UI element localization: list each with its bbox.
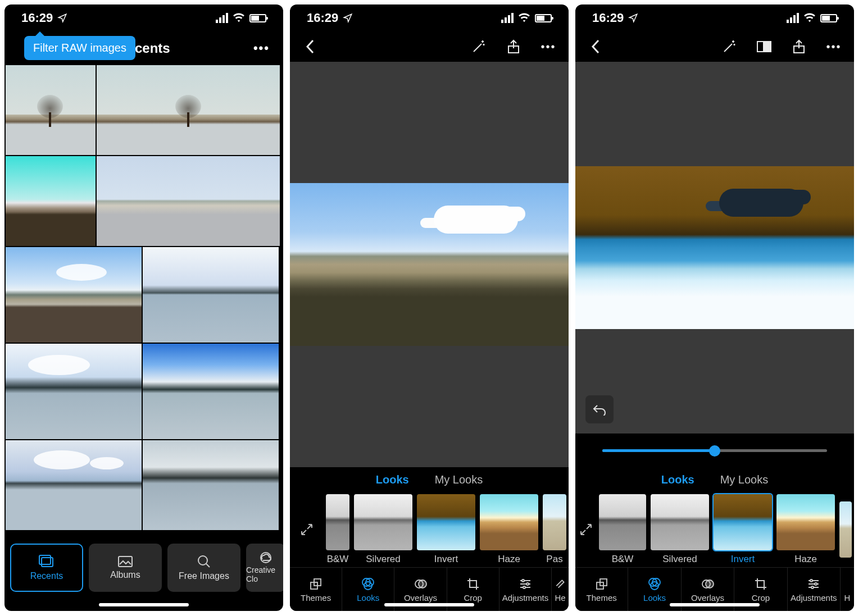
tool-themes[interactable]: Themes <box>575 568 628 611</box>
clock: 16:29 <box>592 11 624 25</box>
photo-thumb[interactable] <box>97 65 280 155</box>
nav-label: Recents <box>30 571 63 581</box>
home-indicator[interactable] <box>384 603 474 606</box>
intensity-slider[interactable] <box>602 449 827 452</box>
look-silvered[interactable]: Silvered <box>354 494 412 565</box>
look-pastel[interactable]: Pas <box>543 494 566 565</box>
tool-heal[interactable]: He <box>552 568 569 611</box>
status-bar: 16:29 <box>4 4 283 31</box>
editor-canvas[interactable] <box>575 62 854 434</box>
looks-tabs: Looks My Looks <box>290 467 569 492</box>
expand-icon[interactable] <box>292 515 321 544</box>
intensity-slider-row <box>575 434 854 467</box>
svg-point-13 <box>522 580 524 582</box>
search-icon <box>197 554 211 569</box>
svg-rect-17 <box>765 42 771 52</box>
photo-thumb[interactable] <box>6 156 96 246</box>
tab-my-looks[interactable]: My Looks <box>720 473 769 486</box>
location-icon <box>628 13 638 23</box>
tab-looks[interactable]: Looks <box>661 473 694 486</box>
look-silvered[interactable]: Silvered <box>651 494 709 565</box>
looks-strip[interactable]: B&W Silvered Invert Haze <box>575 492 854 567</box>
tool-themes[interactable]: Themes <box>290 568 342 611</box>
photo-thumb[interactable] <box>143 344 279 439</box>
photo-thumb[interactable] <box>6 440 142 530</box>
photo-preview[interactable] <box>575 166 854 329</box>
svg-point-12 <box>419 580 426 588</box>
undo-button[interactable] <box>585 395 614 423</box>
share-icon[interactable] <box>503 36 524 57</box>
sliders-icon <box>519 576 532 592</box>
svg-rect-16 <box>757 42 764 52</box>
look-bw[interactable]: B&W <box>326 494 349 565</box>
heal-icon <box>555 576 566 592</box>
back-icon[interactable] <box>585 36 606 57</box>
svg-point-14 <box>526 583 529 585</box>
screen-editor-normal: 16:29 ••• Looks My Looks B&W Silvered In… <box>290 4 569 611</box>
location-icon <box>343 13 353 23</box>
photo-thumb[interactable] <box>6 247 142 343</box>
look-bw[interactable]: B&W <box>599 494 646 565</box>
nav-label: Creative Clo <box>246 565 283 583</box>
album-icon <box>117 555 133 568</box>
svg-point-25 <box>706 580 714 588</box>
share-icon[interactable] <box>789 36 809 57</box>
wifi-icon <box>803 13 816 23</box>
tab-looks[interactable]: Looks <box>376 473 409 486</box>
tool-adjustments[interactable]: Adjustments <box>499 568 552 611</box>
crop-icon <box>754 576 767 592</box>
nav-free-images[interactable]: Free Images <box>167 544 240 592</box>
more-icon[interactable]: ••• <box>253 41 270 56</box>
library-bottom-nav: Recents Albums Free Images Creative Clo <box>4 538 283 611</box>
photo-thumb[interactable] <box>143 440 279 530</box>
nav-recents[interactable]: Recents <box>10 544 83 592</box>
battery-icon <box>535 14 552 22</box>
overlays-icon <box>414 576 428 592</box>
home-indicator[interactable] <box>670 603 760 606</box>
tool-heal[interactable]: H <box>841 568 854 611</box>
home-indicator[interactable] <box>99 603 189 606</box>
look-haze[interactable]: Haze <box>480 494 538 565</box>
magic-wand-icon[interactable] <box>469 36 489 57</box>
themes-icon <box>309 576 323 592</box>
photo-thumb[interactable] <box>97 156 280 246</box>
look-invert[interactable]: Invert <box>714 494 772 565</box>
nav-creative-cloud[interactable]: Creative Clo <box>246 544 283 592</box>
cloud-icon <box>258 552 274 563</box>
nav-albums[interactable]: Albums <box>89 544 162 592</box>
editor-topbar: ••• <box>575 31 854 62</box>
clock: 16:29 <box>307 11 338 25</box>
more-icon[interactable]: ••• <box>824 36 844 57</box>
sliders-icon <box>807 576 820 592</box>
photo-thumb[interactable] <box>6 344 142 439</box>
look-haze[interactable]: Haze <box>776 494 835 565</box>
look-pastel[interactable] <box>839 501 852 558</box>
looks-icon <box>361 576 375 592</box>
looks-icon <box>647 576 662 592</box>
wifi-icon <box>518 13 530 23</box>
photo-thumb[interactable] <box>143 247 279 343</box>
photo-preview[interactable] <box>290 183 569 346</box>
looks-strip[interactable]: B&W Silvered Invert Haze Pas <box>290 492 569 567</box>
filter-raw-tooltip[interactable]: Filter RAW images <box>24 36 135 60</box>
nav-label: Albums <box>110 570 140 580</box>
more-icon[interactable]: ••• <box>538 36 558 57</box>
location-icon <box>57 13 67 23</box>
clock: 16:29 <box>21 11 53 25</box>
tab-my-looks[interactable]: My Looks <box>435 473 483 486</box>
status-bar: 16:29 <box>290 4 569 31</box>
editor-canvas[interactable] <box>290 62 569 467</box>
editor-topbar: ••• <box>290 31 569 62</box>
magic-wand-icon[interactable] <box>719 36 739 57</box>
look-invert[interactable]: Invert <box>417 494 475 565</box>
back-icon[interactable] <box>300 36 320 57</box>
photo-thumb[interactable] <box>6 65 96 155</box>
svg-point-15 <box>523 586 525 588</box>
photos-icon <box>38 554 55 569</box>
tool-adjustments[interactable]: Adjustments <box>788 568 841 611</box>
signal-icon <box>501 13 514 23</box>
compare-icon[interactable] <box>754 36 774 57</box>
svg-rect-2 <box>119 556 132 567</box>
status-bar: 16:29 <box>575 4 854 31</box>
expand-icon[interactable] <box>578 515 594 544</box>
